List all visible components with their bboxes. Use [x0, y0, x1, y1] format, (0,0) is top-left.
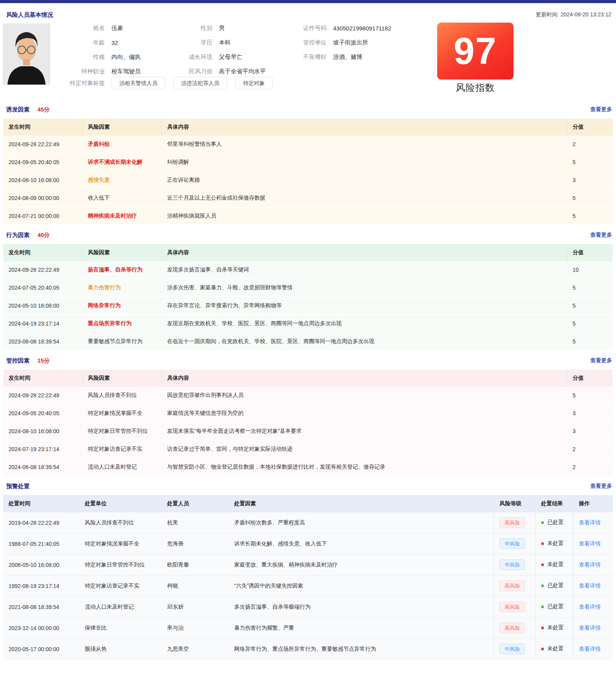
- row-time: 2024-04-19 23:17:14: [3, 315, 82, 333]
- result-text: 已处置: [547, 582, 564, 589]
- row-unit: 眼须从热: [79, 639, 162, 660]
- risk-level-badge: 中风险: [500, 559, 525, 570]
- profile-fields-column-2: 性别 男 学历 本科 成长环境 父母早亡 民风习俗 高于全省平均水平: [164, 21, 266, 79]
- col-header-factor: 风险因素: [82, 244, 161, 261]
- table-row: 2024-09-28 22:22:49 风险人员排查不到位 因故意犯罪被作出刑事…: [3, 387, 613, 404]
- section-header: 预警处置 查看更多: [0, 482, 616, 490]
- col-header-score: 分值: [567, 119, 613, 136]
- result-status-dot-icon: [541, 521, 544, 524]
- row-time: 2024-08-10 16:08:00: [3, 171, 82, 189]
- view-detail-link[interactable]: 查看详情: [579, 646, 601, 652]
- field-label: 学历: [164, 39, 212, 46]
- col-header-factor: 风险因素: [82, 370, 161, 387]
- row-time: 2019-04-28 22:22:49: [3, 512, 79, 533]
- table-row: 2024-04-19 23:17:14 重点场所异常行为 发现近期在党政机关、学…: [3, 315, 613, 333]
- update-time-label: 更新时间: [536, 11, 558, 18]
- risk-factor-name: 暴力伤害行为: [88, 284, 120, 290]
- col-header-time: 发生时间: [3, 119, 82, 136]
- inducing-factors-table: 发生时间 风险因素 具体内容 分值 2024-09-28 22:22:49 矛盾…: [3, 119, 613, 225]
- row-content: 近三个月及以上无公积金或社保缴存数据: [162, 189, 567, 207]
- field-value: 430502199809171182: [333, 25, 391, 32]
- row-time: 2024-09-28 22:22:49: [3, 261, 82, 279]
- view-more-link[interactable]: 查看更多: [590, 357, 612, 364]
- risk-score-label: 风险指数: [437, 81, 514, 94]
- field-value: 内向、偏执: [111, 53, 141, 61]
- field-label: 特种职业: [49, 68, 105, 75]
- row-person: 欧阳青馨: [162, 554, 229, 575]
- profile-field: 性别 男: [164, 21, 266, 35]
- view-detail-link[interactable]: 查看详情: [579, 519, 601, 526]
- row-content: 存在异常言论、异常搜索行为、异常网络购物等: [162, 297, 567, 315]
- row-content: 访查记录过于简单、雷同，与特定对象实际活动轨迹: [162, 440, 567, 458]
- view-detail-link[interactable]: 查看详情: [579, 540, 601, 547]
- row-score: 2: [567, 458, 613, 476]
- field-value: 本科: [219, 39, 231, 46]
- view-detail-link[interactable]: 查看详情: [579, 625, 601, 631]
- result-status-dot-icon: [541, 648, 544, 650]
- risk-factor-name: 诉求不满或长期未化解: [88, 159, 142, 165]
- risk-factor-name: 重要敏感节点异常行为: [88, 338, 142, 344]
- table-row: 2024-09-28 22:22:49 扬言滋事、自杀等行为 发现多次扬言滋事、…: [3, 261, 613, 279]
- risk-level-badge: 中风险: [500, 538, 525, 549]
- row-content: 发现未落实“每半年全面走访考察一次特定对象”基本要求: [162, 422, 567, 440]
- col-header-score: 分值: [567, 370, 613, 387]
- result-status-dot-icon: [541, 542, 544, 545]
- table-row: 2024-08-09 00:00:00 收入低下 近三个月及以上无公积金或社保缴…: [3, 189, 613, 207]
- view-more-link[interactable]: 查看更多: [590, 483, 612, 490]
- table-header-row: 处置时间 处置单位 处置人员 处置因素 风险等级 处置结果 操作: [3, 495, 613, 512]
- row-content: 家庭情况等关键信息字段为空的: [162, 404, 567, 422]
- view-detail-link[interactable]: 查看详情: [579, 604, 601, 610]
- table-header-row: 发生时间 风险因素 具体内容 分值: [3, 370, 613, 387]
- field-label: 民风习俗: [164, 68, 212, 75]
- col-header-content: 具体内容: [162, 119, 567, 136]
- table-row: 2024-09-05 20:40:05 诉求不满或长期未化解 纠纷调解 5: [3, 153, 613, 171]
- risk-factor-name: 网络异常行为: [88, 302, 120, 308]
- result-text: 未处置: [547, 646, 564, 652]
- profile-section: 风险人员基本情况 更新时间 2024-09-20 13:23:12 姓名 伍豪 …: [0, 3, 616, 100]
- view-detail-link[interactable]: 查看详情: [579, 561, 601, 568]
- row-factor: 网络异常行为、重点场所异常行为、重要敏感节点异常行为: [229, 639, 494, 660]
- result-status-dot-icon: [541, 584, 544, 587]
- row-person: 杭美: [162, 512, 229, 533]
- view-more-link[interactable]: 查看更多: [590, 106, 612, 113]
- page-title: 风险人员基本情况: [6, 11, 53, 19]
- result-text: 未处置: [547, 540, 564, 547]
- profile-field: 管控单位 坡子街派出所: [277, 35, 391, 50]
- col-header-factor: 处置因素: [229, 495, 494, 512]
- section-title: 诱发因素: [6, 106, 30, 113]
- section-score: 40分: [37, 232, 50, 239]
- profile-fields-column-1: 姓名 伍豪 年龄 32 性格 内向、偏执 特种职业 校车驾驶员: [49, 21, 141, 79]
- update-time: 更新时间 2024-09-20 13:23:12: [534, 11, 611, 18]
- view-more-link[interactable]: 查看更多: [590, 232, 612, 239]
- view-detail-link[interactable]: 查看详情: [579, 582, 601, 589]
- risk-factor-name: 收入低下: [88, 195, 109, 201]
- profile-field: 性格 内向、偏执: [49, 50, 141, 64]
- row-person: 邱东妍: [162, 597, 229, 618]
- risk-factor-name: 精神疾病未及时治疗: [88, 212, 137, 219]
- row-score: 5: [567, 333, 613, 351]
- col-header-time: 处置时间: [3, 495, 79, 512]
- risk-factor-name: 特定对象访查记录不实: [88, 446, 142, 452]
- risk-factor-name: 重点场所异常行为: [88, 320, 131, 326]
- row-score: 5: [567, 387, 613, 404]
- row-time: 2021-08-08 18:39:54: [3, 597, 79, 618]
- section-warning-disposal: 预警处置 查看更多 处置时间 处置单位 处置人员 处置因素 风险等级 处置结果 …: [0, 482, 616, 660]
- row-time: 2024-07-19 23:17:14: [3, 440, 82, 458]
- result-text: 未处置: [547, 625, 564, 631]
- row-factor: 诉求长期未化解、感情失意、收入低下: [229, 533, 494, 554]
- col-header-result: 处置结果: [535, 495, 573, 512]
- row-factor: “六失”诱因中的关键失控因素: [229, 575, 494, 597]
- row-content: 与智慧安防小区、物业登记居住数据，本地社保数据进行比对，发现有相关登记、缴存记录: [162, 458, 567, 476]
- top-accent-bar: [0, 0, 616, 3]
- row-unit: 特定对象访查记录不实: [79, 575, 162, 597]
- risk-factor-name: 流动人口未及时登记: [88, 464, 137, 470]
- table-row: 2024-09-05 20:40:05 特定对象情况掌握不全 家庭情况等关键信息…: [3, 404, 613, 422]
- row-content: 发现多次扬言滋事、自杀等关键词: [162, 261, 567, 279]
- row-time: 2006-05-10 16:08:00: [3, 554, 79, 575]
- row-score: 10: [567, 261, 613, 279]
- table-row: 1992-08-19 23:17:14 特定对象访查记录不实 柯晓 “六失”诱因…: [3, 575, 613, 597]
- table-row: 2024-05-10 16:08:00 网络异常行为 存在异常言论、异常搜索行为…: [3, 297, 613, 315]
- special-object-tags-row: 特定对象标签 涉相关警情人员 涉违法犯罪人员 特定对象: [49, 80, 273, 87]
- section-inducing-factors: 诱发因素 45分 查看更多 发生时间 风险因素 具体内容 分值 2024-09-…: [0, 105, 616, 225]
- row-factor: 家庭变故、重大疾病、精神疾病未及时治疗: [229, 554, 494, 575]
